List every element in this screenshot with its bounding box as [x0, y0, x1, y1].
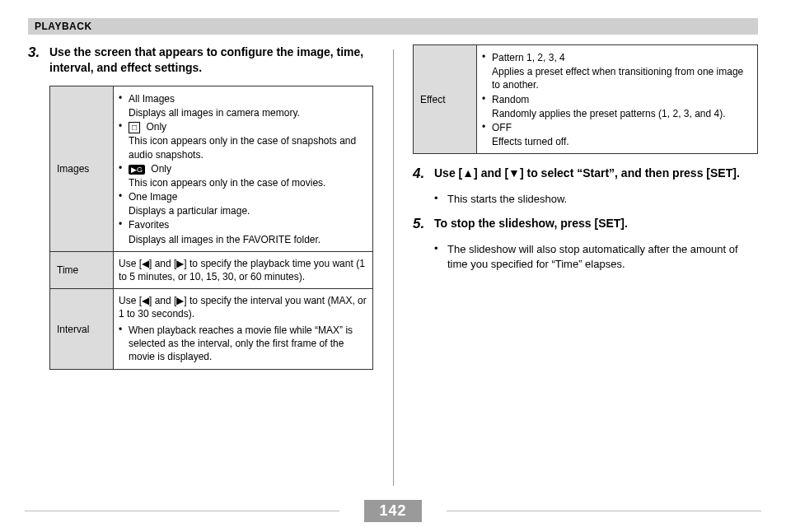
cell-val-time: Use [◀] and [▶] to specify the playback … [114, 251, 373, 288]
opt-random-desc: Randomly applies the preset patterns (1,… [482, 107, 752, 120]
cell-key-time: Time [50, 251, 114, 288]
opt-one-image: One Image [129, 190, 177, 203]
interval-line2: When playback reaches a movie file while… [129, 324, 367, 364]
opt-snap-only: □ Only [129, 120, 166, 133]
cell-val-interval: Use [◀] and [▶] to specify the interval … [114, 289, 373, 370]
left-column: 3. Use the screen that appears to config… [28, 44, 393, 378]
page-footer: 142 [0, 500, 786, 522]
cell-key-interval: Interval [50, 289, 114, 370]
table-row: Time Use [◀] and [▶] to specify the play… [50, 251, 373, 288]
manual-page: PLAYBACK 3. Use the screen that appears … [0, 0, 786, 532]
config-table-1: Images •All Images Displays all images i… [49, 86, 373, 370]
opt-off: OFF [492, 121, 512, 134]
column-divider [393, 49, 394, 486]
footer-line-left [25, 511, 339, 511]
opt-all-images: All Images [129, 92, 175, 105]
opt-movie-only-desc: This icon appears only in the case of mo… [119, 176, 367, 189]
step-5: 5. To stop the slideshow, press [SET]. [413, 216, 758, 232]
table-row: Effect •Pattern 1, 2, 3, 4 Applies a pre… [414, 45, 758, 154]
opt-pattern-desc: Applies a preset effect when transitioni… [482, 65, 752, 91]
page-number: 142 [364, 500, 421, 522]
step-number: 5. [413, 216, 434, 232]
movie-icon: ▶G [129, 165, 145, 175]
opt-random: Random [492, 93, 529, 106]
step-title: To stop the slideshow, press [SET]. [434, 216, 628, 232]
snapshot-icon: □ [129, 122, 140, 133]
footer-line-right [447, 511, 761, 511]
step-5-sub: •The slideshow will also stop automatica… [413, 242, 758, 272]
opt-off-desc: Effects turned off. [482, 135, 752, 148]
step-number: 3. [28, 44, 49, 76]
cell-val-images: •All Images Displays all images in camer… [114, 86, 373, 251]
opt-favorites: Favorites [129, 218, 169, 231]
interval-line1: Use [◀] and [▶] to specify the interval … [119, 294, 367, 320]
cell-key-images: Images [50, 86, 114, 251]
opt-all-images-desc: Displays all images in camera memory. [119, 106, 367, 119]
step-title: Use [▲] and [▼] to select “Start”, and t… [434, 166, 740, 182]
step-3: 3. Use the screen that appears to config… [28, 44, 373, 76]
opt-movie-only: ▶G Only [129, 162, 171, 175]
opt-one-image-desc: Displays a particular image. [119, 204, 367, 217]
table-row: Interval Use [◀] and [▶] to specify the … [50, 289, 373, 370]
step-number: 4. [413, 166, 434, 182]
step-title: Use the screen that appears to configure… [49, 44, 373, 76]
opt-snap-only-desc: This icon appears only in the case of sn… [119, 134, 367, 161]
config-table-2: Effect •Pattern 1, 2, 3, 4 Applies a pre… [413, 44, 758, 154]
opt-favorites-desc: Displays all images in the FAVORITE fold… [119, 233, 367, 246]
cell-key-effect: Effect [414, 45, 477, 154]
right-column: Effect •Pattern 1, 2, 3, 4 Applies a pre… [393, 44, 758, 378]
config-table-wrap: Images •All Images Displays all images i… [28, 86, 373, 370]
step-4: 4. Use [▲] and [▼] to select “Start”, an… [413, 166, 758, 182]
cell-val-effect: •Pattern 1, 2, 3, 4 Applies a preset eff… [477, 45, 758, 154]
opt-pattern: Pattern 1, 2, 3, 4 [492, 51, 565, 64]
section-header: PLAYBACK [28, 18, 758, 35]
table-row: Images •All Images Displays all images i… [50, 86, 373, 251]
step-4-sub: •This starts the slideshow. [413, 192, 758, 207]
